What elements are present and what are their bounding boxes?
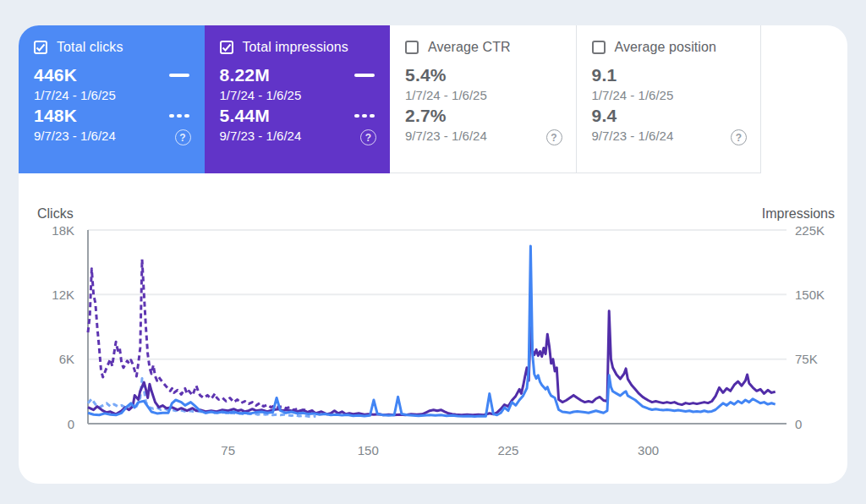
previous-date-range: 9/7/23 - 1/6/24	[592, 127, 674, 145]
previous-value: 5.44M	[220, 106, 270, 126]
right-axis-tick-label: 225K	[795, 223, 825, 238]
checkbox-checked-icon[interactable]	[220, 41, 233, 54]
current-value: 446K	[34, 65, 77, 85]
current-date-range: 1/7/24 - 1/6/25	[592, 86, 748, 105]
help-icon[interactable]: ?	[175, 129, 191, 145]
current-value: 8.22M	[220, 65, 270, 85]
solid-line-indicator-icon	[354, 74, 375, 77]
x-axis-tick-label: 75	[221, 443, 235, 457]
help-icon[interactable]: ?	[731, 129, 747, 145]
current-date-range: 1/7/24 - 1/6/25	[405, 86, 562, 105]
left-axis-tick-label: 0	[68, 417, 74, 431]
series-impressions-previous-line	[88, 260, 315, 413]
solid-line-indicator-icon	[169, 74, 189, 77]
right-axis-tick-label: 0	[795, 417, 802, 431]
metric-card-label: Average CTR	[428, 40, 511, 55]
current-value: 5.4%	[405, 65, 447, 85]
metric-card-total-impressions[interactable]: Total impressions 8.22M 1/7/24 - 1/6/25 …	[205, 25, 391, 173]
checkbox-unchecked-icon[interactable]	[592, 41, 606, 54]
current-date-range: 1/7/24 - 1/6/25	[34, 86, 191, 105]
right-axis-tick-label: 75K	[795, 352, 818, 366]
x-axis-tick-label: 300	[638, 443, 659, 457]
checkbox-checked-icon[interactable]	[34, 41, 47, 54]
x-axis-tick-label: 225	[497, 443, 518, 457]
left-axis-tick-label: 12K	[52, 288, 74, 302]
previous-date-range: 9/7/23 - 1/6/24	[34, 127, 116, 145]
line-chart-canvas[interactable]: ClicksImpressions18K12K6K0225K150K75K075…	[19, 173, 847, 484]
left-axis-tick-label: 18K	[52, 223, 74, 238]
metric-card-label: Total clicks	[57, 40, 123, 55]
previous-value: 2.7%	[405, 106, 447, 126]
left-axis-title: Clicks	[37, 206, 74, 221]
metric-card-label: Average position	[615, 40, 717, 55]
metric-card-average-ctr[interactable]: Average CTR 5.4% 1/7/24 - 1/6/25 2.7% 9/…	[390, 25, 576, 173]
performance-chart[interactable]: ClicksImpressions18K12K6K0225K150K75K075…	[19, 173, 847, 484]
current-value: 9.1	[592, 65, 617, 85]
dashed-line-indicator-icon	[354, 114, 375, 118]
series-impressions-current-line	[88, 311, 776, 415]
previous-date-range: 9/7/23 - 1/6/24	[220, 127, 302, 145]
x-axis-tick-label: 150	[358, 443, 379, 457]
previous-date-range: 9/7/23 - 1/6/24	[405, 127, 487, 145]
current-date-range: 1/7/24 - 1/6/25	[220, 86, 377, 105]
previous-value: 9.4	[592, 106, 617, 126]
help-icon[interactable]: ?	[360, 129, 376, 145]
performance-panel: Total clicks 446K 1/7/24 - 1/6/25 148K 9…	[19, 25, 847, 484]
left-axis-tick-label: 6K	[59, 352, 74, 366]
checkbox-unchecked-icon[interactable]	[405, 41, 419, 54]
metric-card-label: Total impressions	[243, 40, 348, 55]
right-axis-tick-label: 150K	[795, 288, 825, 302]
dashed-line-indicator-icon	[169, 114, 189, 118]
metric-cards-row: Total clicks 446K 1/7/24 - 1/6/25 148K 9…	[19, 25, 761, 173]
series-clicks-current-line	[88, 246, 776, 417]
right-axis-title: Impressions	[762, 206, 835, 221]
metric-card-average-position[interactable]: Average position 9.1 1/7/24 - 1/6/25 9.4…	[576, 25, 762, 173]
metric-card-total-clicks[interactable]: Total clicks 446K 1/7/24 - 1/6/25 148K 9…	[19, 25, 205, 173]
help-icon[interactable]: ?	[546, 129, 562, 145]
previous-value: 148K	[34, 106, 77, 126]
